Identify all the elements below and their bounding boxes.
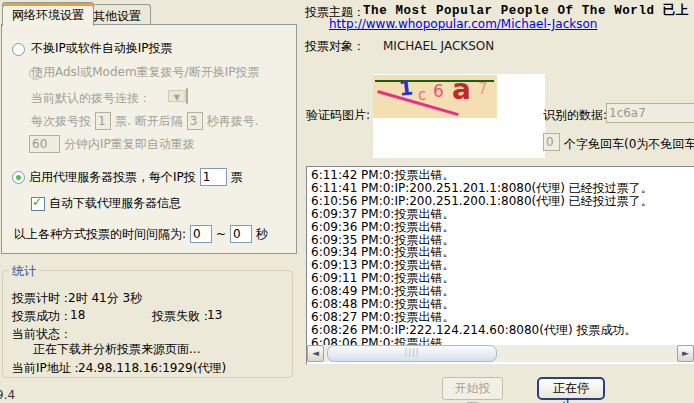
log-line[interactable]: 6:09:37 PM:0:投票出错。 (311, 208, 694, 221)
captcha-char: c (418, 86, 426, 104)
checkbox-auto-download-proxy-label: 自动下载代理服务器信息 (49, 195, 181, 212)
log-line[interactable]: 6:08:27 PM:0:投票出错。 (311, 311, 694, 324)
vote-timer-value: 2时 41分 3秒 (68, 290, 142, 307)
dial-connection-label: 当前默认的拨号连接： (31, 90, 151, 107)
dial-votes-mid-label: 票. 断开后隔 (115, 113, 183, 130)
checkbox-auto-download-proxy[interactable] (31, 197, 45, 211)
tab-network-settings[interactable]: 网络环境设置 (2, 2, 94, 26)
captcha-char: 6 (433, 81, 444, 101)
captcha-char: a (452, 75, 471, 106)
current-ip-label: 当前IP地址： (12, 360, 83, 377)
log-line[interactable]: 6:09:36 PM:0:投票出错。 (311, 221, 694, 234)
captcha-char: 1 (398, 75, 414, 100)
vote-success-value: 18 (70, 308, 85, 322)
log-line[interactable]: 6:11:41 PM:0:IP:200.251.201.1:8080(代理) 已… (311, 182, 694, 195)
skip-enter-label: 个字免回车(0为不免回车) (564, 136, 694, 153)
log-line[interactable]: 6:10:56 PM:0:IP:200.251.200.1:8080(代理) 已… (311, 195, 694, 208)
vote-timer-label: 投票计时： (12, 290, 72, 307)
interval-min-input[interactable] (190, 225, 212, 243)
interval-suffix-label: 秒 (256, 226, 268, 243)
recognized-data-input (606, 103, 694, 123)
current-ip-value: 24.98.118.16:1929(代理) (78, 360, 226, 377)
scroll-right-button[interactable]: ► (677, 345, 694, 362)
captcha-char: 7 (478, 80, 488, 98)
vote-fail-label: 投票失败： (152, 308, 212, 325)
stopping-button[interactable]: 正在停止.. (537, 377, 605, 400)
scroll-left-button[interactable]: ◄ (307, 345, 324, 362)
start-voting-button: 开始投票 (442, 377, 503, 400)
voting-tool-window: 网络环境设置 其他设置 不换IP或软件自动换IP投票 使用Adsl或Modem重… (0, 0, 694, 403)
proxy-votes-suffix-label: 票 (231, 169, 243, 186)
stats-group-title: 统计 (9, 263, 39, 280)
captcha-image-label: 验证码图片: (306, 107, 370, 124)
redial-label: 分钟内IP重复即自动重拨 (64, 136, 195, 153)
version-text: 9.4 (0, 388, 15, 402)
chevron-down-icon: ▼ (168, 90, 186, 102)
network-settings-panel: 不换IP或软件自动换IP投票 使用Adsl或Modem重复拨号/断开换IP投票 … (1, 24, 297, 254)
radio-no-ip-change[interactable] (12, 43, 25, 56)
interval-label: 以上各种方式投票的时间间隔为: (14, 226, 186, 243)
dial-votes-suffix-label: 秒再拨号. (207, 113, 259, 130)
vote-log-lines: 6:11:42 PM:0:投票出错。6:11:41 PM:0:IP:200.25… (307, 167, 694, 347)
captcha-canvas: 1c6a7 (373, 75, 497, 118)
current-status-value: 正在下载并分析投票来源页面... (33, 341, 200, 358)
vote-target-label: 投票对象： (305, 38, 365, 55)
vote-target-value: MICHAEL JACKSON (383, 39, 494, 53)
log-line[interactable]: 6:08:26 PM:0:IP:222.124.214.60:8080(代理) … (311, 324, 694, 337)
proxy-votes-input[interactable] (200, 168, 227, 186)
vote-success-label: 投票成功： (12, 308, 72, 325)
skip-enter-count-input (543, 133, 560, 151)
scrollbar-thumb[interactable] (327, 345, 497, 362)
dial-votes-prefix-label: 每次拨号投 (31, 113, 91, 130)
dial-votes-input (95, 112, 111, 130)
log-line[interactable]: 6:11:42 PM:0:投票出错。 (311, 169, 694, 182)
radio-modem-redial-label: 使用Adsl或Modem重复拨号/断开换IP投票 (31, 64, 259, 81)
vote-log-listbox[interactable]: 6:11:42 PM:0:投票出错。6:11:41 PM:0:IP:200.25… (306, 166, 694, 365)
vote-subject-url-link[interactable]: http://www.whopopular.com/Michael-Jackso… (329, 17, 597, 31)
horizontal-scrollbar[interactable]: ◄ ► (307, 345, 694, 362)
dial-wait-input (187, 112, 203, 130)
captcha-characters: 1c6a7 (373, 75, 497, 118)
interval-max-input[interactable] (230, 225, 252, 243)
radio-use-proxy[interactable] (12, 171, 25, 184)
radio-no-ip-change-label: 不换IP或软件自动换IP投票 (31, 40, 173, 57)
redial-minutes-input (29, 135, 60, 153)
radio-use-proxy-label: 启用代理服务器投票，每个IP投 (29, 169, 196, 186)
vote-fail-value: 13 (207, 308, 222, 322)
captcha-image: 1c6a7 (373, 74, 545, 158)
interval-tilde: ~ (216, 227, 226, 241)
recognized-data-label: 识别的数据: (543, 107, 607, 124)
dial-connection-select: ▼ (186, 88, 188, 104)
